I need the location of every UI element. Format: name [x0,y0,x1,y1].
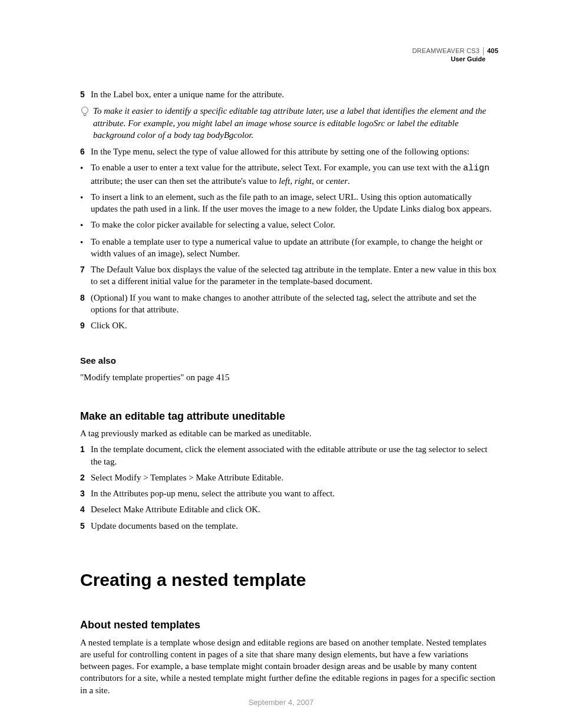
step-number: 2 [80,472,91,483]
step-number: 5 [80,88,91,100]
bullet-color-option: To make the color picker available for s… [80,219,498,231]
svg-point-0 [82,107,88,114]
step-number: 9 [80,319,91,331]
content: 5 In the Label box, enter a unique name … [80,88,498,696]
bullet-icon [80,191,91,215]
step-number: 3 [80,487,91,499]
step-number: 5 [80,520,91,532]
see-also-link: "Modify template properties" on page 415 [80,371,498,383]
step-text: In the Label box, enter a unique name fo… [91,88,498,100]
bullet-url-option: To insert a link to an element, such as … [80,191,498,215]
bullet-text-option: To enable a user to enter a text value f… [80,162,498,187]
step-6: 6 In the Type menu, select the type of v… [80,146,498,157]
uned-step-1: 1 In the template document, click the el… [80,443,498,467]
text-fragment: , or [312,176,326,186]
step-7: 7 The Default Value box displays the val… [80,263,498,288]
text-fragment: . [348,176,350,186]
step-text: Deselect Make Attribute Editable and cli… [91,503,498,515]
bullet-icon [80,162,91,187]
text-fragment: attribute; the user can then set the att… [91,176,279,186]
text-fragment: , [290,176,295,186]
intro-text: A tag previously marked as editable can … [80,427,498,439]
step-number: 6 [80,146,91,157]
step-text: In the template document, click the elem… [91,443,498,467]
bullet-number-option: To enable a template user to type a nume… [80,236,498,260]
heading-uneditable: Make an editable tag attribute uneditabl… [80,409,498,423]
step-number: 4 [80,503,91,515]
text-fragment: To enable a user to enter a text value f… [91,163,463,172]
bullet-body: To enable a template user to type a nume… [91,236,498,260]
footer-date: September 4, 2007 [0,698,562,707]
term-right: right [295,176,312,186]
tip-text: To make it easier to identify a specific… [93,105,498,141]
bullet-icon [80,219,91,231]
term-left: left [279,176,290,186]
tip-note: To make it easier to identify a specific… [80,105,498,141]
step-text: In the Attributes pop-up menu, select th… [91,487,498,499]
product-name: DREAMWEAVER CS3 [412,47,484,55]
step-text: (Optional) If you want to make changes t… [91,292,498,316]
step-text: Select Modify > Templates > Make Attribu… [91,472,498,483]
bullet-body: To enable a user to enter a text value f… [91,162,498,187]
step-9: 9 Click OK. [80,319,498,331]
heading-about-nested: About nested templates [80,618,498,632]
step-text: Click OK. [91,319,498,331]
lightbulb-icon [80,105,93,141]
bullet-body: To make the color picker available for s… [91,219,335,231]
step-number: 8 [80,292,91,316]
page: DREAMWEAVER CS3 405 User Guide 5 In the … [0,0,562,728]
see-also-heading: See also [80,355,498,367]
bullet-body: To insert a link to an element, such as … [91,191,498,215]
header-line-1: DREAMWEAVER CS3 405 [412,47,498,55]
page-number: 405 [484,47,498,55]
uned-step-2: 2 Select Modify > Templates > Make Attri… [80,472,498,483]
running-header: DREAMWEAVER CS3 405 User Guide [412,47,498,64]
step-text: In the Type menu, select the type of val… [91,146,498,157]
step-number: 7 [80,263,91,288]
bullet-icon [80,236,91,260]
code-align: align [463,163,490,173]
step-text: The Default Value box displays the value… [91,263,498,288]
step-5: 5 In the Label box, enter a unique name … [80,88,498,100]
doc-title: User Guide [412,55,498,64]
heading-nested-template: Creating a nested template [80,568,498,592]
step-number: 1 [80,443,91,467]
about-nested-para: A nested template is a template whose de… [80,637,498,696]
uned-step-5: 5 Update documents based on the template… [80,520,498,532]
step-text: Update documents based on the template. [91,520,498,532]
uned-step-3: 3 In the Attributes pop-up menu, select … [80,487,498,499]
uned-step-4: 4 Deselect Make Attribute Editable and c… [80,503,498,515]
term-center: center [326,176,348,186]
step-8: 8 (Optional) If you want to make changes… [80,292,498,316]
